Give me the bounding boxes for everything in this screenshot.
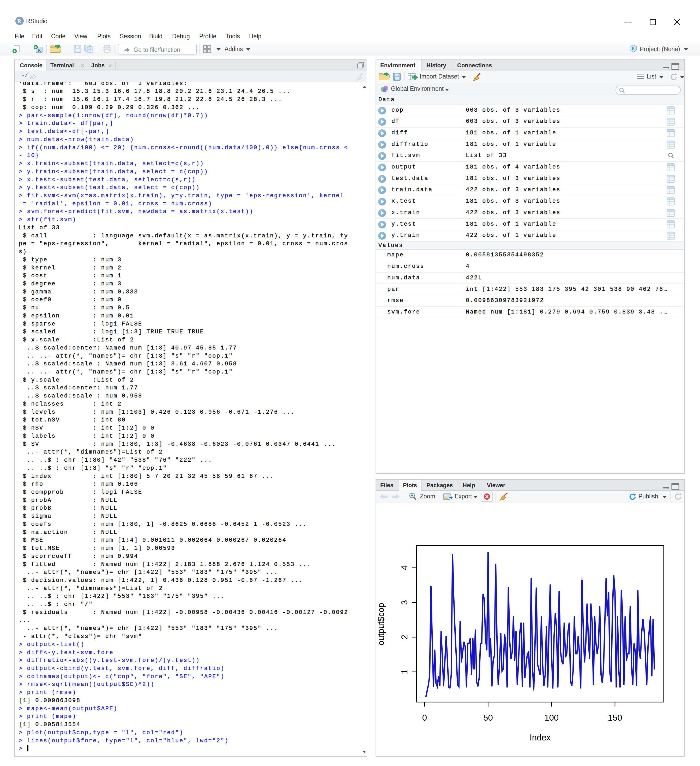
- svg-text:R: R: [632, 46, 635, 51]
- svg-text:3: 3: [399, 600, 409, 605]
- svg-text:4: 4: [399, 565, 409, 570]
- svg-text:2: 2: [399, 635, 409, 639]
- svg-text:50: 50: [483, 713, 493, 722]
- svg-text:R: R: [38, 48, 41, 53]
- svg-text:1: 1: [399, 669, 409, 674]
- svg-text:150: 150: [608, 713, 622, 722]
- svg-text:output$cop: output$cop: [376, 603, 386, 645]
- svg-text:Index: Index: [530, 733, 551, 742]
- svg-text:0: 0: [422, 713, 427, 722]
- svg-text:100: 100: [544, 713, 559, 722]
